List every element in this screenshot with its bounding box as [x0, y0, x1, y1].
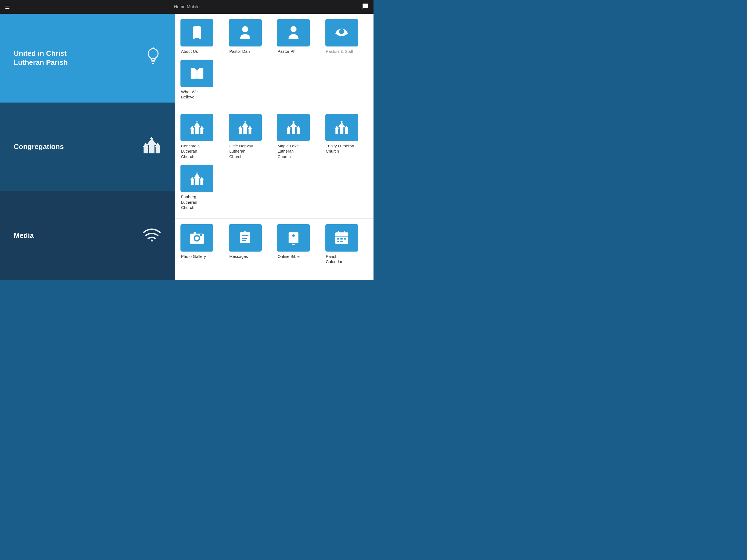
what-we-believe-label: What WeBelieve [180, 89, 198, 100]
faaberg-item[interactable]: FaabergLutheranChurch [178, 162, 226, 213]
svg-rect-18 [195, 127, 199, 134]
sidebar-label-about: United in ChristLutheran Parish [14, 49, 68, 68]
pastor-dan-icon-box [229, 19, 262, 47]
svg-rect-5 [149, 145, 154, 153]
little-norway-item[interactable]: Little NorwayLutheranChurch [226, 111, 275, 162]
what-we-believe-icon-box [180, 59, 213, 87]
svg-rect-67 [242, 238, 247, 239]
wifi-icon [142, 226, 161, 245]
about-us-icon-box [180, 19, 213, 47]
svg-point-61 [200, 234, 202, 236]
svg-rect-68 [242, 240, 247, 241]
chat-icon[interactable] [362, 3, 368, 11]
pastor-dan-item[interactable]: Pastor Dan [226, 17, 275, 57]
svg-point-15 [290, 26, 297, 32]
left-sidebar: United in ChristLutheran Parish Congrega… [0, 14, 175, 280]
hamburger-icon[interactable]: ☰ [5, 4, 10, 10]
concordia-item[interactable]: ConcordiaLutheranChurch [178, 111, 226, 162]
right-panel: About Us Pastor Dan Pa [175, 14, 374, 280]
svg-rect-34 [292, 127, 295, 134]
faaberg-icon-box [180, 164, 213, 192]
svg-point-13 [151, 239, 153, 241]
congregations-section: ConcordiaLutheranChurch Little No [175, 108, 374, 219]
trinity-icon-box [325, 114, 358, 141]
maple-lake-item[interactable]: Maple LakeLutheranChurch [274, 111, 323, 162]
concordia-label: ConcordiaLutheranChurch [180, 143, 200, 159]
svg-rect-69 [288, 232, 298, 243]
svg-rect-78 [340, 238, 343, 239]
svg-rect-77 [337, 238, 339, 239]
parish-calendar-icon-box [325, 224, 358, 252]
pastor-dan-label: Pastor Dan [229, 49, 250, 54]
parish-calendar-label: ParishCalendar [325, 254, 343, 264]
about-section: About Us Pastor Dan Pa [175, 14, 374, 108]
svg-rect-38 [287, 128, 290, 134]
congregations-row-2: FaabergLutheranChurch [178, 162, 371, 213]
pastor-phil-item[interactable]: Pastor Phil [274, 17, 323, 57]
svg-rect-62 [194, 232, 196, 234]
trinity-item[interactable]: Trinity LutheranChurch [323, 111, 371, 162]
svg-point-60 [195, 236, 199, 240]
pastors-staff-label: Pastors & Staff [325, 49, 353, 54]
online-bible-icon-box [277, 224, 310, 252]
svg-rect-40 [297, 128, 300, 134]
svg-rect-75 [335, 232, 348, 236]
pastor-phil-label: Pastor Phil [277, 49, 298, 54]
svg-rect-32 [249, 128, 251, 134]
about-us-label: About Us [180, 49, 198, 54]
photo-gallery-icon-box [180, 224, 213, 252]
messages-item[interactable]: Messages [226, 222, 275, 267]
sidebar-section-media[interactable]: Media [0, 191, 175, 280]
photo-gallery-item[interactable]: Photo Gallery [178, 222, 226, 267]
sidebar-label-media: Media [14, 231, 34, 240]
maple-lake-icon-box [277, 114, 310, 141]
svg-rect-56 [200, 180, 203, 185]
svg-rect-81 [340, 240, 343, 242]
svg-rect-48 [345, 128, 348, 134]
about-row-2: What WeBelieve [178, 57, 371, 103]
church-icon [142, 137, 161, 157]
svg-rect-54 [190, 180, 193, 185]
lightbulb-icon [145, 47, 161, 69]
concordia-icon-box [180, 114, 213, 141]
pastors-staff-icon-box [325, 19, 358, 47]
sidebar-section-about[interactable]: United in ChristLutheran Parish [0, 14, 175, 103]
parish-calendar-item[interactable]: ParishCalendar [323, 222, 371, 267]
svg-point-16 [339, 29, 344, 34]
svg-rect-80 [337, 240, 339, 242]
messages-icon-box [229, 224, 262, 252]
online-bible-item[interactable]: Online Bible [274, 222, 323, 267]
svg-rect-50 [195, 178, 199, 184]
online-bible-label: Online Bible [277, 254, 300, 259]
page-title: Home Mobile [174, 4, 200, 9]
faaberg-label: FaabergLutheranChurch [180, 194, 197, 210]
svg-rect-66 [242, 235, 249, 236]
little-norway-icon-box [229, 114, 262, 141]
little-norway-label: Little NorwayLutheranChurch [229, 143, 253, 159]
svg-rect-30 [239, 128, 242, 134]
svg-rect-46 [335, 128, 338, 134]
svg-rect-42 [340, 127, 343, 134]
sidebar-label-congregations: Congregations [14, 142, 64, 152]
pastor-phil-icon-box [277, 19, 310, 47]
svg-rect-24 [200, 128, 203, 134]
what-we-believe-item[interactable]: What WeBelieve [178, 57, 226, 103]
sidebar-section-congregations[interactable]: Congregations [0, 103, 175, 192]
about-us-item[interactable]: About Us [178, 17, 226, 57]
messages-label: Messages [229, 254, 248, 259]
svg-point-14 [242, 26, 248, 32]
pastors-staff-item[interactable]: Pastors & Staff [323, 17, 371, 57]
media-row-1: Photo Gallery Messages [178, 222, 371, 267]
svg-rect-79 [344, 238, 346, 239]
svg-point-0 [148, 49, 158, 58]
svg-rect-22 [190, 128, 193, 134]
about-row-1: About Us Pastor Dan Pa [178, 17, 371, 57]
svg-rect-11 [156, 147, 160, 153]
congregations-row-1: ConcordiaLutheranChurch Little No [178, 111, 371, 162]
top-bar: ☰ Home Mobile [0, 0, 374, 14]
maple-lake-label: Maple LakeLutheranChurch [277, 143, 299, 159]
svg-rect-26 [243, 127, 247, 134]
photo-gallery-label: Photo Gallery [180, 254, 206, 259]
trinity-label: Trinity LutheranChurch [325, 143, 354, 154]
media-section: Photo Gallery Messages [175, 219, 374, 273]
